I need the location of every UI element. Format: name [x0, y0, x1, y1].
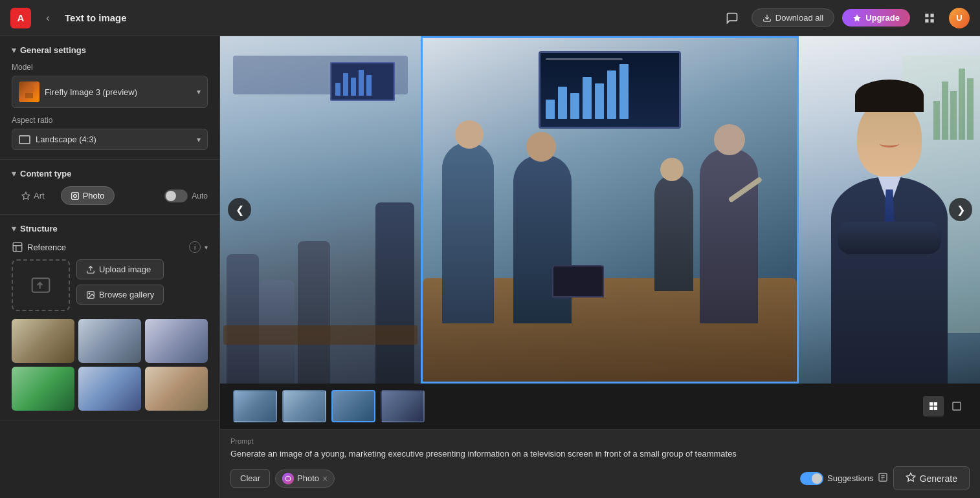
- auto-toggle[interactable]: [164, 189, 188, 202]
- prompt-label: Prompt: [230, 437, 970, 445]
- svg-rect-19: [930, 406, 933, 409]
- upload-icon: [86, 265, 95, 274]
- general-settings-chevron: ▾: [12, 45, 16, 55]
- gallery-thumb-5[interactable]: [78, 367, 141, 411]
- reference-label: Reference: [27, 243, 185, 252]
- gallery-thumb-3[interactable]: [145, 319, 208, 363]
- chat-icon[interactable]: [720, 6, 744, 30]
- model-name-label: Firefly Image 3 (preview): [45, 87, 192, 97]
- upload-placeholder[interactable]: [12, 259, 70, 311]
- clear-button[interactable]: Clear: [230, 469, 270, 488]
- thumbnail-4[interactable]: [381, 390, 425, 422]
- content-type-header[interactable]: ▾ Content type: [12, 169, 208, 179]
- gallery-thumb-6[interactable]: [145, 367, 208, 411]
- svg-rect-5: [931, 19, 934, 22]
- svg-point-7: [24, 85, 34, 93]
- structure-section: ▾ Structure Reference i ▾ Upload image: [0, 215, 219, 420]
- svg-rect-8: [25, 93, 33, 98]
- svg-rect-17: [930, 402, 933, 406]
- download-all-label: Download all: [775, 13, 823, 23]
- single-view-icon: [952, 401, 962, 411]
- svg-rect-21: [953, 402, 961, 410]
- upload-area: Upload image Browse gallery: [12, 259, 208, 311]
- structure-chevron: ▾: [12, 224, 16, 233]
- model-chevron-icon: ▾: [197, 87, 201, 96]
- suggestions-icon: [878, 472, 888, 484]
- svg-marker-1: [853, 14, 861, 21]
- suggestions-toggle-knob: [812, 473, 822, 484]
- back-button[interactable]: ‹: [39, 9, 57, 27]
- reference-info-icon[interactable]: i: [189, 241, 201, 253]
- auto-label: Auto: [192, 191, 208, 200]
- reference-header: Reference i ▾: [12, 241, 208, 253]
- content-type-label: Content type: [20, 169, 71, 179]
- general-settings-label: General settings: [20, 45, 86, 55]
- browse-gallery-label: Browse gallery: [99, 290, 154, 299]
- upload-buttons: Upload image Browse gallery: [76, 259, 164, 305]
- prompt-text: Generate an image of a young, marketing …: [230, 448, 970, 460]
- prompt-controls: Clear Photo × Suggestions: [230, 466, 970, 490]
- svg-rect-20: [934, 406, 937, 409]
- aspect-ratio-icon: [19, 135, 30, 144]
- svg-rect-18: [934, 402, 937, 406]
- apps-grid-icon[interactable]: [918, 6, 941, 30]
- general-settings-section: ▾ General settings Model Firefly Image 3…: [0, 36, 219, 160]
- svg-rect-12: [32, 278, 50, 292]
- generate-label: Generate: [920, 473, 957, 484]
- svg-rect-4: [925, 19, 928, 22]
- general-settings-header[interactable]: ▾ General settings: [12, 45, 208, 55]
- image-strip: ❮: [220, 36, 980, 384]
- nav-arrow-right[interactable]: ❯: [949, 198, 972, 221]
- single-view-button[interactable]: [946, 396, 967, 417]
- art-label: Art: [34, 191, 45, 200]
- svg-rect-9: [71, 192, 78, 199]
- thumbnail-3[interactable]: [331, 390, 375, 422]
- photo-tag-icon: [282, 473, 294, 484]
- thumbnail-1[interactable]: [233, 390, 277, 422]
- art-button[interactable]: Art: [12, 186, 54, 205]
- model-thumbnail: [19, 81, 39, 102]
- aspect-ratio-chevron-icon: ▾: [197, 135, 201, 144]
- auto-toggle-knob: [166, 191, 176, 201]
- svg-marker-25: [906, 473, 915, 481]
- gallery-thumb-1[interactable]: [12, 319, 74, 363]
- generate-button[interactable]: Generate: [893, 466, 970, 490]
- upgrade-button[interactable]: Upgrade: [842, 9, 910, 27]
- user-avatar[interactable]: U: [949, 8, 970, 28]
- gallery-thumb-4[interactable]: [12, 367, 74, 411]
- thumbnail-2[interactable]: [282, 390, 326, 422]
- gallery-thumb-2[interactable]: [78, 319, 141, 363]
- upload-image-button[interactable]: Upload image: [76, 259, 164, 279]
- aspect-ratio-select[interactable]: Landscape (4:3) ▾: [12, 129, 208, 150]
- photo-button[interactable]: Photo: [61, 186, 115, 205]
- reference-icon: [12, 241, 23, 253]
- image-card-right: ❯: [799, 36, 980, 384]
- nav-arrow-left[interactable]: ❮: [228, 198, 251, 221]
- topbar: A ‹ Text to image Download all Upgrade U: [0, 0, 980, 36]
- grid-view-icon: [928, 401, 939, 411]
- content-area: ❮: [220, 36, 980, 498]
- browse-gallery-button[interactable]: Browse gallery: [76, 285, 164, 305]
- view-toggle: [923, 396, 967, 417]
- gallery-icon: [86, 290, 95, 299]
- grid-view-button[interactable]: [923, 396, 944, 417]
- photo-tag-chip[interactable]: Photo ×: [275, 470, 335, 488]
- photo-tag-remove[interactable]: ×: [322, 473, 328, 484]
- page-title: Text to image: [65, 12, 127, 23]
- structure-header[interactable]: ▾ Structure: [12, 224, 208, 233]
- suggestions-toggle: Suggestions: [800, 472, 888, 485]
- svg-rect-11: [13, 243, 22, 252]
- model-select[interactable]: Firefly Image 3 (preview) ▾: [12, 76, 208, 108]
- svg-point-10: [73, 194, 76, 197]
- suggestions-toggle-switch[interactable]: [800, 472, 823, 485]
- model-field-label: Model: [12, 63, 208, 72]
- prompt-area: Prompt Generate an image of a young, mar…: [220, 429, 980, 499]
- reference-expand-icon[interactable]: ▾: [205, 244, 208, 251]
- suggestions-label: Suggestions: [827, 473, 874, 483]
- sidebar: ▾ General settings Model Firefly Image 3…: [0, 36, 220, 498]
- download-all-button[interactable]: Download all: [752, 8, 834, 27]
- structure-label: Structure: [20, 224, 58, 233]
- content-type-section: ▾ Content type Art Photo Auto: [0, 160, 219, 215]
- photo-label: Photo: [83, 191, 105, 200]
- content-type-chevron: ▾: [12, 169, 16, 179]
